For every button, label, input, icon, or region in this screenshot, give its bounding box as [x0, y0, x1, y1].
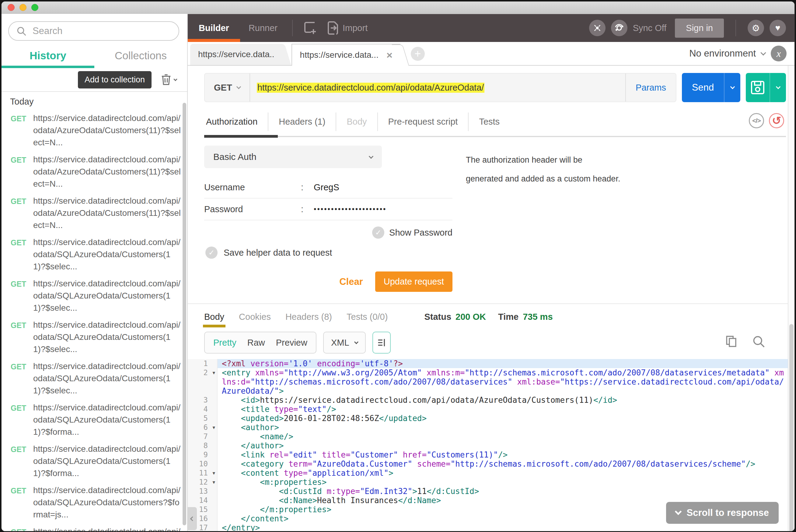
response-view-controls: PrettyRawPreview XML [188, 327, 795, 357]
search-response-button[interactable] [752, 335, 765, 348]
scroll-to-response-button[interactable]: Scroll to response [666, 502, 779, 524]
save-helper-checkbox[interactable]: ✓ [205, 247, 218, 259]
line-number: 9 [188, 450, 218, 459]
auth-form: Username : GregS Password : ••••••••••••… [204, 177, 452, 240]
add-to-collection-button[interactable]: Add to collection [78, 71, 151, 89]
history-url: https://service.datadirectcloud.com/api/… [33, 360, 181, 397]
interceptor-button[interactable] [589, 20, 605, 36]
check-icon: ✓ [375, 228, 381, 237]
history-item[interactable]: GEThttps://service.datadirectcloud.com/a… [1, 233, 187, 274]
sync-button[interactable] [611, 20, 628, 36]
response-meta-row: BodyCookiesHeaders (8)Tests (0/0) Status… [188, 304, 795, 327]
tab-collections[interactable]: Collections [94, 43, 187, 68]
url-input[interactable]: https://service.datadirectcloud.com/api/… [250, 83, 625, 93]
history-item[interactable]: GEThttps://service.datadirectcloud.com/a… [1, 151, 187, 192]
save-button[interactable] [746, 73, 786, 102]
history-item[interactable]: GEThttps://service.datadirectcloud.com/a… [1, 399, 187, 440]
main-scrollbar-thumb[interactable] [789, 324, 794, 531]
method-label: GET [214, 83, 232, 93]
sidebar-tabs: History Collections [1, 43, 187, 68]
response-tab-headers-8[interactable]: Headers (8) [285, 312, 332, 327]
collapse-sidebar-handle[interactable] [188, 507, 197, 530]
username-field[interactable]: GregS [314, 183, 339, 192]
tab-builder[interactable]: Builder [188, 14, 240, 42]
chevron-down-icon [236, 84, 241, 89]
code-text: </author> [218, 441, 795, 450]
password-field[interactable]: ••••••••••••••••••••• [314, 205, 386, 213]
save-helper-row: ✓ Save helper data to request [205, 247, 452, 259]
history-item[interactable]: GEThttps://service.datadirectcloud.com/a… [1, 522, 187, 531]
favorites-button[interactable]: ♥ [770, 20, 786, 36]
chevron-down-icon [354, 340, 358, 344]
username-row: Username : GregS [204, 177, 452, 198]
history-item[interactable]: GEThttps://service.datadirectcloud.com/a… [1, 274, 187, 316]
request-editor-tab-authorization[interactable]: Authorization [204, 113, 268, 131]
tab-history[interactable]: History [1, 43, 94, 68]
line-number: 2▾ [188, 368, 218, 396]
save-options-caret[interactable] [770, 73, 786, 102]
close-icon[interactable]: × [386, 49, 393, 61]
format-dropdown[interactable]: XML [323, 332, 366, 354]
wrap-lines-button[interactable] [373, 332, 391, 354]
history-item[interactable]: GEThttps://service.datadirectcloud.com/a… [1, 192, 187, 233]
method-dropdown[interactable]: GET [205, 83, 250, 93]
request-editor-tab-pre-request-script[interactable]: Pre-request script [377, 113, 468, 131]
floppy-icon [746, 73, 770, 102]
request-tab-1[interactable]: https://service.data.. [190, 44, 283, 65]
reset-request-button[interactable]: ↺ [769, 113, 784, 128]
history-item[interactable]: GEThttps://service.datadirectcloud.com/a… [1, 316, 187, 357]
environment-selector[interactable]: No environment [689, 48, 756, 59]
request-tabstrip: https://service.data.. https://service.d… [188, 42, 795, 66]
show-password-checkbox[interactable]: ✓ [372, 227, 384, 239]
generate-code-button[interactable]: </> [749, 113, 764, 128]
maximize-window-icon[interactable] [31, 4, 38, 11]
divider [736, 20, 736, 36]
sidebar-scrollbar[interactable] [183, 103, 186, 525]
auth-type-dropdown[interactable]: Basic Auth [204, 146, 382, 168]
view-mode-preview[interactable]: Preview [276, 338, 307, 348]
add-tab-button[interactable]: + [411, 47, 425, 61]
history-list: GEThttps://service.datadirectcloud.com/a… [1, 109, 187, 531]
response-tab-body[interactable]: Body [204, 312, 224, 327]
send-options-caret[interactable] [724, 73, 740, 102]
clear-button[interactable]: Clear [339, 276, 363, 287]
settings-button[interactable]: ⚙ [748, 20, 764, 36]
sign-in-button[interactable]: Sign in [675, 19, 724, 38]
tab-edge [392, 44, 409, 66]
history-item[interactable]: GEThttps://service.datadirectcloud.com/a… [1, 109, 187, 151]
fold-arrow-icon[interactable]: ▾ [212, 469, 215, 478]
history-item[interactable]: GEThttps://service.datadirectcloud.com/a… [1, 440, 187, 481]
fold-arrow-icon[interactable]: ▾ [212, 478, 215, 487]
view-mode-raw[interactable]: Raw [247, 338, 265, 348]
view-mode-pretty[interactable]: Pretty [213, 338, 236, 348]
request-editor-tab-tests[interactable]: Tests [468, 113, 510, 131]
import-button[interactable]: Import [326, 20, 367, 36]
code-text: <title type="text"/> [218, 405, 795, 414]
response-tab-cookies[interactable]: Cookies [239, 312, 271, 327]
history-item[interactable]: GEThttps://service.datadirectcloud.com/a… [1, 481, 187, 522]
params-button[interactable]: Params [626, 83, 676, 93]
method-badge: GET [11, 278, 33, 314]
search-input[interactable] [8, 21, 179, 41]
request-editor-tab-headers-1[interactable]: Headers (1) [268, 113, 336, 131]
new-tab-button[interactable] [303, 20, 318, 36]
fold-arrow-icon[interactable]: ▾ [212, 423, 215, 432]
fold-arrow-icon[interactable]: ▾ [212, 368, 215, 377]
minimize-window-icon[interactable] [19, 4, 26, 11]
send-button[interactable]: Send [682, 73, 740, 102]
time-label: Time [498, 312, 519, 322]
close-window-icon[interactable] [7, 4, 15, 11]
tab-runner[interactable]: Runner [240, 14, 286, 42]
response-tab-tests-0-0[interactable]: Tests (0/0) [347, 312, 388, 327]
update-request-button[interactable]: Update request [375, 271, 452, 292]
clear-history-button[interactable] [161, 74, 177, 86]
copy-button[interactable] [725, 335, 738, 348]
code-text: <author> [218, 423, 795, 432]
environment-quicklook-button[interactable]: x [771, 45, 786, 61]
request-tab-2-active[interactable]: https://service.data... × [291, 44, 400, 66]
request-editor-tab-body[interactable]: Body [336, 113, 377, 131]
code-text: <content type="application/xml"> [218, 469, 795, 478]
active-tab-underline [204, 135, 278, 138]
code-line: 6▾ <author> [188, 423, 795, 432]
history-item[interactable]: GEThttps://service.datadirectcloud.com/a… [1, 357, 187, 399]
